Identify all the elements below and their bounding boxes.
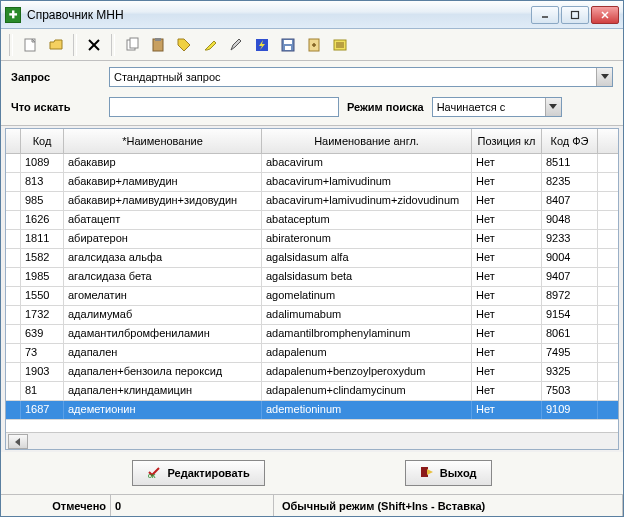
- cell-fe: 9109: [542, 401, 598, 419]
- cell-code: 985: [21, 192, 64, 210]
- col-fe[interactable]: Код ФЭ: [542, 129, 598, 153]
- table-row[interactable]: 985абакавир+ламивудин+зидовудинabacaviru…: [6, 192, 618, 211]
- copy-icon[interactable]: [121, 34, 143, 56]
- query-label: Запрос: [11, 71, 101, 83]
- cell-name: абакавир+ламивудин: [64, 173, 262, 191]
- cell-code: 1550: [21, 287, 64, 305]
- exit-button[interactable]: Выход: [405, 460, 492, 486]
- col-pos[interactable]: Позиция кл: [472, 129, 542, 153]
- svg-rect-14: [285, 46, 291, 50]
- svg-rect-8: [130, 38, 138, 48]
- horizontal-scrollbar[interactable]: [6, 432, 618, 449]
- cell-code: 1811: [21, 230, 64, 248]
- table-row[interactable]: 81адапален+клиндамицинadapalenum+clindam…: [6, 382, 618, 401]
- brush-icon[interactable]: [225, 34, 247, 56]
- col-code[interactable]: Код: [21, 129, 64, 153]
- maximize-button[interactable]: [561, 6, 589, 24]
- query-row: Запрос: [1, 61, 623, 93]
- mode-label: Режим поиска: [347, 101, 424, 113]
- search-mode-dropdown[interactable]: [432, 97, 562, 117]
- new-icon[interactable]: [19, 34, 41, 56]
- cell-name-en: adapalenum+benzoylperoxydum: [262, 363, 472, 381]
- table-row[interactable]: 1687адеметионинademetioninumНет9109: [6, 401, 618, 420]
- scrollbar-left-button[interactable]: [8, 434, 28, 449]
- col-marker[interactable]: [6, 129, 21, 153]
- cell-name: агалсидаза альфа: [64, 249, 262, 267]
- table-row[interactable]: 1811абиратеронabirateronumНет9233: [6, 230, 618, 249]
- table-row[interactable]: 1626абатацептabataceptumНет9048: [6, 211, 618, 230]
- cell-pos: Нет: [472, 306, 542, 324]
- query-dropdown[interactable]: [109, 67, 613, 87]
- edit-button[interactable]: OK Редактировать: [132, 460, 264, 486]
- table-row[interactable]: 1550агомелатинagomelatinumНет8972: [6, 287, 618, 306]
- status-mode: Обычный режим (Shift+Ins - Вставка): [274, 495, 623, 516]
- cell-fe: 8407: [542, 192, 598, 210]
- cell-name-en: abirateronum: [262, 230, 472, 248]
- search-mode-dropdown-button[interactable]: [545, 98, 561, 116]
- row-marker: [6, 154, 21, 172]
- table-row[interactable]: 1089абакавирabacavirumНет8511: [6, 154, 618, 173]
- cell-pos: Нет: [472, 268, 542, 286]
- col-name[interactable]: *Наименование: [64, 129, 262, 153]
- cell-code: 1903: [21, 363, 64, 381]
- save-icon[interactable]: [277, 34, 299, 56]
- exit-icon: [420, 465, 434, 481]
- highlight-icon[interactable]: [199, 34, 221, 56]
- window-title: Справочник МНН: [27, 8, 531, 22]
- tag-icon[interactable]: [173, 34, 195, 56]
- check-icon: OK: [147, 465, 161, 481]
- cell-code: 1687: [21, 401, 64, 419]
- query-dropdown-button[interactable]: [596, 68, 612, 86]
- cell-name: адеметионин: [64, 401, 262, 419]
- search-row: Что искать Режим поиска: [1, 93, 623, 126]
- row-marker: [6, 401, 21, 419]
- delete-icon[interactable]: [83, 34, 105, 56]
- close-button[interactable]: [591, 6, 619, 24]
- table-row[interactable]: 1732адалимумабadalimumabumНет9154: [6, 306, 618, 325]
- row-marker: [6, 325, 21, 343]
- cell-pos: Нет: [472, 382, 542, 400]
- table-row[interactable]: 73адапаленadapalenumНет7495: [6, 344, 618, 363]
- svg-rect-13: [284, 40, 292, 44]
- table-row[interactable]: 639адамантилбромфениламинadamantilbromph…: [6, 325, 618, 344]
- search-input[interactable]: [109, 97, 339, 117]
- cell-name: адамантилбромфениламин: [64, 325, 262, 343]
- cell-pos: Нет: [472, 325, 542, 343]
- export-icon[interactable]: [303, 34, 325, 56]
- cell-name-en: adamantilbromphenylaminum: [262, 325, 472, 343]
- cell-pos: Нет: [472, 363, 542, 381]
- table-row[interactable]: 1903адапален+бензоила пероксидadapalenum…: [6, 363, 618, 382]
- cell-name: адалимумаб: [64, 306, 262, 324]
- table-row[interactable]: 1582агалсидаза альфаagalsidasum alfaНет9…: [6, 249, 618, 268]
- cell-name: абиратерон: [64, 230, 262, 248]
- cell-code: 1732: [21, 306, 64, 324]
- cell-name: агалсидаза бета: [64, 268, 262, 286]
- col-name-en[interactable]: Наименование англ.: [262, 129, 472, 153]
- paste-icon[interactable]: [147, 34, 169, 56]
- cell-code: 639: [21, 325, 64, 343]
- cell-name-en: adalimumabum: [262, 306, 472, 324]
- svg-text:OK: OK: [148, 473, 156, 479]
- cell-name-en: adapalenum+clindamycinum: [262, 382, 472, 400]
- cell-fe: 9407: [542, 268, 598, 286]
- cell-pos: Нет: [472, 249, 542, 267]
- cell-name-en: abacavirum+lamivudinum+zidovudinum: [262, 192, 472, 210]
- cell-name-en: ademetioninum: [262, 401, 472, 419]
- cell-code: 1985: [21, 268, 64, 286]
- svg-rect-10: [155, 38, 161, 41]
- cell-code: 81: [21, 382, 64, 400]
- cell-code: 1089: [21, 154, 64, 172]
- row-marker: [6, 192, 21, 210]
- minimize-button[interactable]: [531, 6, 559, 24]
- open-icon[interactable]: [45, 34, 67, 56]
- table-row[interactable]: 813абакавир+ламивудинabacavirum+lamivudi…: [6, 173, 618, 192]
- table-row[interactable]: 1985агалсидаза бетаagalsidasum betaНет94…: [6, 268, 618, 287]
- list-icon[interactable]: [329, 34, 351, 56]
- cell-name: адапален: [64, 344, 262, 362]
- cell-fe: 9325: [542, 363, 598, 381]
- flash-icon[interactable]: [251, 34, 273, 56]
- cell-name: адапален+клиндамицин: [64, 382, 262, 400]
- cell-pos: Нет: [472, 344, 542, 362]
- data-grid: Код *Наименование Наименование англ. Поз…: [5, 128, 619, 450]
- search-label: Что искать: [11, 101, 101, 113]
